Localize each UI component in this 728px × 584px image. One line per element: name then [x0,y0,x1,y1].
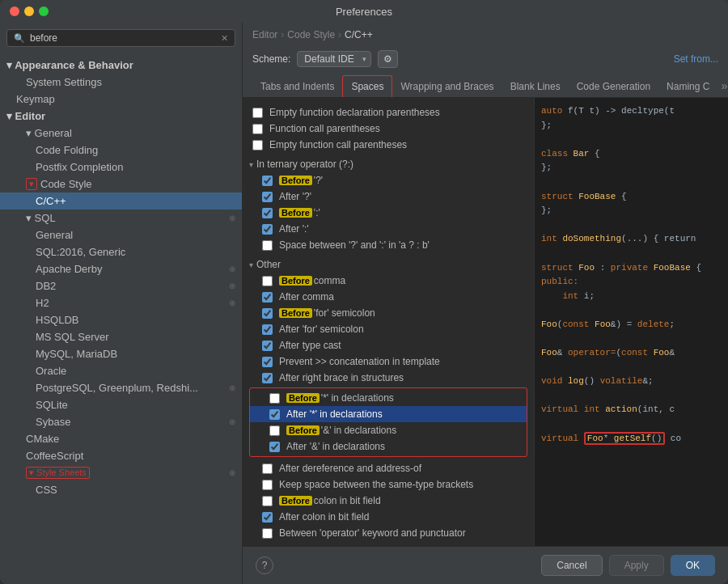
sidebar-item-postfix[interactable]: Postfix Completion [0,159,242,176]
search-input-wrap[interactable]: 🔍 ✕ [6,29,235,47]
empty-func-decl-checkbox[interactable] [252,108,263,118]
search-input[interactable] [30,32,221,44]
sidebar-item-cmake[interactable]: CMake [0,430,242,447]
cancel-button[interactable]: Cancel [541,555,602,576]
traffic-lights [10,6,49,16]
copy-icon: ⊕ [229,264,235,273]
amp-decl-label: '&' in declarations [321,425,396,436]
after-right-brace-checkbox[interactable] [262,373,273,383]
ok-button[interactable]: OK [671,555,715,576]
search-bar: 🔍 ✕ [0,23,242,53]
code-line [541,176,722,190]
sidebar-item-keymap[interactable]: Keymap [0,91,242,108]
setting-space-between: Space between '?' and ':' in 'a ? : b' [243,237,534,253]
after-amp-decl-label: After '&' in declarations [286,441,385,452]
sidebar-item-sql2016[interactable]: SQL:2016, Generic [0,243,242,260]
keep-space-label: Keep space between the same-type bracket… [279,479,473,490]
dialog-title: Preferences [336,6,392,18]
breadcrumb-part-codestyle: Code Style [287,29,335,40]
after-star-decl-checkbox[interactable] [269,409,280,420]
code-line: public: [541,275,722,290]
sidebar-item-derby[interactable]: Apache Derby ⊕ [0,260,242,277]
func-call-checkbox[interactable] [252,124,263,134]
question-label: '?' [314,175,323,186]
section-arrow-icon: ▾ [249,160,253,169]
space-between-checkbox[interactable] [262,240,273,251]
sidebar: 🔍 ✕ ▾ Appearance & Behavior System Setti… [0,23,243,584]
sidebar-item-stylesheets[interactable]: ▾ Style Sheets ⊕ [0,464,242,481]
scheme-select[interactable]: Default IDE [297,51,371,67]
before-for-semi-checkbox[interactable] [262,308,273,319]
tab-tabs-and-indents[interactable]: Tabs and Indents [252,76,342,97]
tabs-more-button[interactable]: » [717,74,728,97]
collapse-arrow-icon: ▾ [6,110,12,122]
copy-icon: ⊕ [229,298,235,307]
tab-blank-lines[interactable]: Blank Lines [502,76,569,97]
sidebar-item-h2[interactable]: H2 ⊕ [0,294,242,311]
settings-content: Empty function declaration parentheses F… [243,98,728,546]
title-bar: Preferences [0,0,728,23]
sidebar-item-oracle[interactable]: Oracle [0,362,242,379]
sidebar-item-general[interactable]: ▾ General [0,125,242,142]
for-semi-label: 'for' semicolon [314,307,375,319]
empty-func-call-checkbox[interactable] [252,140,263,150]
sidebar-item-sqlite[interactable]: SQLite [0,396,242,413]
after-deref-label: After dereference and address-of [279,463,421,474]
code-line: }; [541,161,722,176]
sidebar-item-code-folding[interactable]: Code Folding [0,142,242,159]
highlighted-section: Before '*' in declarations After '*' in … [249,387,527,457]
keep-space-checkbox[interactable] [262,480,273,490]
after-colon-bitfield-checkbox[interactable] [262,512,273,523]
setting-after-star-decl: After '*' in declarations [250,406,527,422]
sidebar-item-cpp[interactable]: C/C++ [0,193,242,209]
sidebar-item-css[interactable]: CSS [0,481,242,498]
before-star-decl-checkbox[interactable] [269,393,280,404]
before-colon-bitfield-checkbox[interactable] [262,496,273,506]
setting-empty-func-decl: Empty function declaration parentheses [243,104,534,121]
sidebar-item-mssql[interactable]: MS SQL Server [0,328,242,345]
tab-wrapping[interactable]: Wrapping and Braces [392,76,502,97]
minimize-button[interactable] [24,6,34,16]
maximize-button[interactable] [39,6,49,16]
apply-button[interactable]: Apply [609,555,664,576]
sidebar-item-mysql[interactable]: MySQL, MariaDB [0,345,242,362]
sidebar-item-hsqldb[interactable]: HSQLDB [0,311,242,328]
after-comma-checkbox[interactable] [262,292,273,303]
space-between-label: Space between '?' and ':' in 'a ? : b' [279,239,430,251]
sidebar-item-code-style[interactable]: ▾ Code Style [0,176,242,193]
set-from-link[interactable]: Set from... [674,53,718,65]
setting-after-for-semi: After 'for' semicolon [243,321,534,337]
after-typecast-checkbox[interactable] [262,341,273,351]
tab-naming[interactable]: Naming C [658,76,717,97]
clear-search-button[interactable]: ✕ [221,33,228,44]
after-amp-decl-checkbox[interactable] [269,442,280,452]
between-operator-checkbox[interactable] [262,528,273,539]
tab-code-gen[interactable]: Code Generation [569,76,658,97]
sidebar-tree: ▾ Appearance & Behavior System Settings … [0,53,242,584]
sidebar-item-appearance[interactable]: ▾ Appearance & Behavior [0,57,242,74]
before-colon-checkbox[interactable] [262,208,273,218]
after-question-checkbox[interactable] [262,192,273,202]
sidebar-item-editor[interactable]: ▾ Editor [0,108,242,125]
sidebar-item-general-sql[interactable]: General [0,226,242,243]
scheme-gear-button[interactable]: ⚙ [378,50,398,68]
before-question-checkbox[interactable] [262,176,273,186]
before-comma-checkbox[interactable] [262,276,273,286]
sidebar-item-db2[interactable]: DB2 ⊕ [0,277,242,294]
sidebar-item-sybase[interactable]: Sybase ⊕ [0,413,242,430]
setting-after-question: After '?' [243,188,534,205]
sidebar-item-postgres[interactable]: PostgreSQL, Greenplum, Redshi... ⊕ [0,379,242,396]
after-deref-checkbox[interactable] [262,463,273,474]
copy-icon: ⊕ [229,281,235,290]
prevent-rshift-checkbox[interactable] [262,357,273,367]
sidebar-item-system-settings[interactable]: System Settings [0,74,242,91]
after-colon-checkbox[interactable] [262,224,273,235]
sidebar-item-coffeescript[interactable]: CoffeeScript [0,447,242,464]
close-button[interactable] [10,6,19,16]
sidebar-item-sql[interactable]: ▾ SQL ⊕ [0,209,242,226]
before-amp-decl-checkbox[interactable] [269,425,280,436]
section-other-label: Other [256,259,281,270]
after-for-semi-checkbox[interactable] [262,324,273,335]
tab-spaces[interactable]: Spaces [342,75,392,98]
help-button[interactable]: ? [256,556,273,574]
